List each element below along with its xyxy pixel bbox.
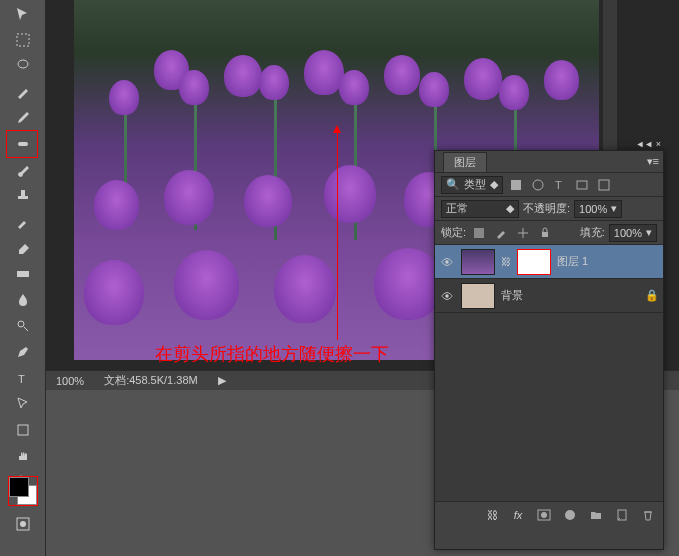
rectangle-tool[interactable] bbox=[11, 418, 35, 442]
svg-point-17 bbox=[445, 294, 449, 298]
filter-adjust-icon[interactable] bbox=[529, 176, 547, 194]
svg-text:T: T bbox=[555, 179, 562, 191]
layer-thumbnail[interactable] bbox=[461, 249, 495, 275]
blend-row: 正常 ◆ 不透明度: 100% ▾ bbox=[435, 197, 663, 221]
marquee-tool[interactable] bbox=[11, 28, 35, 52]
annotation-arrow-line bbox=[337, 130, 338, 340]
search-icon: 🔍 bbox=[446, 178, 460, 191]
chevron-down-icon: ◆ bbox=[506, 202, 514, 215]
delete-icon[interactable] bbox=[639, 506, 657, 524]
annotation-text: 在剪头所指的地方随便擦一下 bbox=[155, 342, 389, 366]
dodge-tool[interactable] bbox=[11, 314, 35, 338]
svg-point-3 bbox=[18, 321, 24, 327]
svg-point-20 bbox=[565, 510, 575, 520]
svg-point-8 bbox=[20, 521, 26, 527]
quick-mask-tool[interactable] bbox=[11, 512, 35, 536]
panel-header: 图层 ▾≡ bbox=[435, 151, 663, 173]
chevron-down-icon: ◆ bbox=[490, 178, 498, 191]
tools-toolbar: T bbox=[0, 0, 46, 556]
panel-footer: ⛓ fx bbox=[435, 501, 663, 527]
svg-rect-0 bbox=[17, 34, 29, 46]
brush-tool[interactable] bbox=[11, 158, 35, 182]
svg-point-10 bbox=[533, 180, 543, 190]
move-tool[interactable] bbox=[11, 2, 35, 26]
layer-thumbnail[interactable] bbox=[461, 283, 495, 309]
gradient-tool[interactable] bbox=[11, 262, 35, 286]
blend-mode-dropdown[interactable]: 正常 ◆ bbox=[441, 200, 519, 218]
magic-wand-tool[interactable] bbox=[11, 80, 35, 104]
svg-rect-2 bbox=[17, 271, 29, 277]
blur-tool[interactable] bbox=[11, 288, 35, 312]
brush-highlight bbox=[6, 130, 38, 158]
path-select-tool[interactable] bbox=[11, 392, 35, 416]
panel-collapse-icon[interactable]: ◄◄ × bbox=[635, 139, 661, 149]
filter-type-icon[interactable]: T bbox=[551, 176, 569, 194]
history-brush-tool[interactable] bbox=[11, 210, 35, 234]
filter-pixel-icon[interactable] bbox=[507, 176, 525, 194]
adjustment-icon[interactable] bbox=[561, 506, 579, 524]
svg-text:T: T bbox=[18, 373, 25, 385]
pen-tool[interactable] bbox=[11, 340, 35, 364]
svg-rect-5 bbox=[18, 425, 28, 435]
layer-item[interactable]: ⛓ 图层 1 bbox=[435, 245, 663, 279]
svg-rect-15 bbox=[542, 232, 548, 237]
link-layers-icon[interactable]: ⛓ bbox=[483, 506, 501, 524]
eraser-tool[interactable] bbox=[11, 236, 35, 260]
chevron-down-icon: ▾ bbox=[646, 226, 652, 239]
panel-menu-icon[interactable]: ▾≡ bbox=[647, 155, 659, 168]
visibility-toggle[interactable] bbox=[439, 254, 455, 270]
filter-smart-icon[interactable] bbox=[595, 176, 613, 194]
fill-label: 填充: bbox=[580, 225, 605, 240]
svg-point-19 bbox=[541, 512, 547, 518]
lock-position-icon[interactable] bbox=[514, 224, 532, 242]
lock-icon: 🔒 bbox=[645, 289, 659, 302]
lasso-tool[interactable] bbox=[11, 54, 35, 78]
lock-row: 锁定: 填充: 100% ▾ bbox=[435, 221, 663, 245]
svg-point-16 bbox=[445, 260, 449, 264]
layer-item[interactable]: 背景 🔒 bbox=[435, 279, 663, 313]
svg-rect-14 bbox=[474, 228, 484, 238]
layer-name[interactable]: 图层 1 bbox=[557, 254, 588, 269]
foreground-color[interactable] bbox=[9, 477, 29, 497]
lock-label: 锁定: bbox=[441, 225, 466, 240]
zoom-level[interactable]: 100% bbox=[56, 375, 84, 387]
filter-shape-icon[interactable] bbox=[573, 176, 591, 194]
svg-rect-9 bbox=[511, 180, 521, 190]
group-icon[interactable] bbox=[587, 506, 605, 524]
hand-tool[interactable] bbox=[11, 444, 35, 468]
layer-name[interactable]: 背景 bbox=[501, 288, 523, 303]
opacity-input[interactable]: 100% ▾ bbox=[574, 200, 622, 218]
lock-pixels-icon[interactable] bbox=[492, 224, 510, 242]
svg-rect-13 bbox=[599, 180, 609, 190]
doc-info: 文档:458.5K/1.38M bbox=[104, 373, 198, 388]
lock-transparent-icon[interactable] bbox=[470, 224, 488, 242]
fx-icon[interactable]: fx bbox=[509, 506, 527, 524]
layer-list: ⛓ 图层 1 背景 🔒 bbox=[435, 245, 663, 501]
filter-row: 🔍 类型 ◆ T bbox=[435, 173, 663, 197]
eyedropper-tool[interactable] bbox=[11, 106, 35, 130]
type-tool[interactable]: T bbox=[11, 366, 35, 390]
add-mask-icon[interactable] bbox=[535, 506, 553, 524]
opacity-label: 不透明度: bbox=[523, 201, 570, 216]
filter-type-dropdown[interactable]: 🔍 类型 ◆ bbox=[441, 176, 503, 194]
layers-tab[interactable]: 图层 bbox=[443, 152, 487, 172]
fill-input[interactable]: 100% ▾ bbox=[609, 224, 657, 242]
layers-panel: ◄◄ × 图层 ▾≡ 🔍 类型 ◆ T 正常 ◆ 不透明度: 100% ▾ 锁定… bbox=[434, 150, 664, 550]
lock-all-icon[interactable] bbox=[536, 224, 554, 242]
svg-rect-12 bbox=[577, 181, 587, 189]
stamp-tool[interactable] bbox=[11, 184, 35, 208]
visibility-toggle[interactable] bbox=[439, 288, 455, 304]
new-layer-icon[interactable] bbox=[613, 506, 631, 524]
annotation-arrow-head bbox=[333, 125, 341, 133]
chevron-down-icon: ▾ bbox=[611, 202, 617, 215]
layer-mask-thumbnail[interactable] bbox=[517, 249, 551, 275]
color-swatch[interactable] bbox=[8, 476, 38, 506]
link-icon: ⛓ bbox=[501, 256, 511, 267]
status-arrow-icon[interactable]: ▶ bbox=[218, 374, 226, 387]
